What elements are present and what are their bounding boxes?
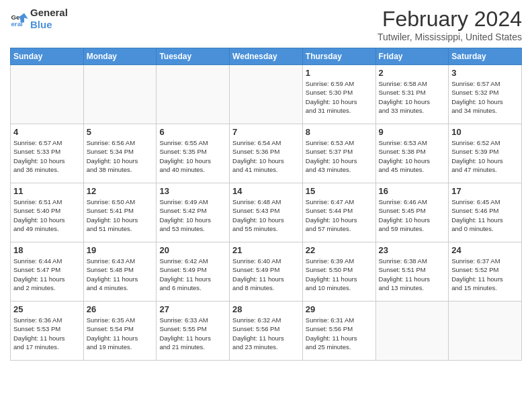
- day-info: Sunrise: 6:51 AM Sunset: 5:40 PM Dayligh…: [13, 197, 81, 233]
- calendar-day-cell: 29Sunrise: 6:31 AM Sunset: 5:56 PM Dayli…: [302, 302, 375, 361]
- calendar-day-cell: 23Sunrise: 6:38 AM Sunset: 5:51 PM Dayli…: [375, 242, 449, 302]
- calendar-day-cell: [449, 302, 522, 361]
- weekday-header-cell: Friday: [375, 48, 449, 65]
- day-number: 15: [306, 186, 373, 196]
- day-info: Sunrise: 6:44 AM Sunset: 5:47 PM Dayligh…: [13, 257, 81, 292]
- day-number: 20: [159, 245, 226, 255]
- calendar-body: 1Sunrise: 6:59 AM Sunset: 5:30 PM Daylig…: [11, 65, 522, 361]
- calendar-day-cell: [230, 65, 303, 124]
- day-info: Sunrise: 6:31 AM Sunset: 5:56 PM Dayligh…: [306, 316, 373, 351]
- calendar-day-cell: 10Sunrise: 6:52 AM Sunset: 5:39 PM Dayli…: [449, 124, 522, 183]
- day-info: Sunrise: 6:35 AM Sunset: 5:54 PM Dayligh…: [87, 316, 154, 351]
- day-number: 23: [379, 245, 446, 255]
- day-number: 17: [451, 186, 519, 196]
- day-number: 19: [87, 245, 154, 255]
- day-info: Sunrise: 6:55 AM Sunset: 5:35 PM Dayligh…: [159, 138, 226, 174]
- day-info: Sunrise: 6:43 AM Sunset: 5:48 PM Dayligh…: [87, 257, 154, 292]
- day-number: 2: [379, 68, 446, 78]
- day-info: Sunrise: 6:56 AM Sunset: 5:34 PM Dayligh…: [87, 138, 154, 174]
- calendar-day-cell: 13Sunrise: 6:49 AM Sunset: 5:42 PM Dayli…: [157, 183, 230, 242]
- day-number: 11: [13, 186, 81, 196]
- calendar-day-cell: [157, 65, 230, 124]
- day-number: 22: [306, 245, 373, 255]
- calendar-day-cell: 6Sunrise: 6:55 AM Sunset: 5:35 PM Daylig…: [157, 124, 230, 183]
- day-number: 5: [87, 127, 154, 137]
- day-number: 28: [232, 304, 300, 314]
- day-number: 25: [13, 304, 81, 314]
- day-number: 24: [451, 245, 519, 255]
- calendar-day-cell: 12Sunrise: 6:50 AM Sunset: 5:41 PM Dayli…: [83, 183, 157, 242]
- weekday-header-cell: Thursday: [302, 48, 375, 65]
- day-number: 6: [159, 127, 226, 137]
- day-info: Sunrise: 6:48 AM Sunset: 5:43 PM Dayligh…: [232, 197, 300, 233]
- day-info: Sunrise: 6:40 AM Sunset: 5:49 PM Dayligh…: [232, 257, 300, 292]
- logo-icon: Gen eral: [10, 9, 29, 28]
- calendar-day-cell: 25Sunrise: 6:36 AM Sunset: 5:53 PM Dayli…: [11, 302, 84, 361]
- day-number: 18: [13, 245, 81, 255]
- location-title: Tutwiler, Mississippi, United States: [378, 32, 522, 42]
- day-info: Sunrise: 6:58 AM Sunset: 5:31 PM Dayligh…: [379, 79, 446, 115]
- calendar-day-cell: 22Sunrise: 6:39 AM Sunset: 5:50 PM Dayli…: [302, 242, 375, 302]
- day-info: Sunrise: 6:47 AM Sunset: 5:44 PM Dayligh…: [306, 197, 373, 233]
- day-info: Sunrise: 6:52 AM Sunset: 5:39 PM Dayligh…: [451, 138, 519, 174]
- day-number: 27: [159, 304, 226, 314]
- calendar-week-row: 11Sunrise: 6:51 AM Sunset: 5:40 PM Dayli…: [11, 183, 522, 242]
- calendar-day-cell: 18Sunrise: 6:44 AM Sunset: 5:47 PM Dayli…: [11, 242, 84, 302]
- calendar-day-cell: [83, 65, 157, 124]
- calendar-day-cell: 5Sunrise: 6:56 AM Sunset: 5:34 PM Daylig…: [83, 124, 157, 183]
- calendar-day-cell: [375, 302, 449, 361]
- calendar-week-row: 18Sunrise: 6:44 AM Sunset: 5:47 PM Dayli…: [11, 242, 522, 302]
- calendar-day-cell: 1Sunrise: 6:59 AM Sunset: 5:30 PM Daylig…: [302, 65, 375, 124]
- day-number: 9: [379, 127, 446, 137]
- weekday-header-cell: Sunday: [11, 48, 84, 65]
- header: Gen eral General Blue February 2024 Tutw…: [10, 7, 522, 42]
- weekday-header-cell: Wednesday: [230, 48, 303, 65]
- logo-line1: General: [30, 7, 68, 19]
- day-number: 10: [451, 127, 519, 137]
- day-info: Sunrise: 6:53 AM Sunset: 5:38 PM Dayligh…: [379, 138, 446, 174]
- calendar-day-cell: 24Sunrise: 6:37 AM Sunset: 5:52 PM Dayli…: [449, 242, 522, 302]
- weekday-header-cell: Saturday: [449, 48, 522, 65]
- day-info: Sunrise: 6:53 AM Sunset: 5:37 PM Dayligh…: [306, 138, 373, 174]
- day-info: Sunrise: 6:57 AM Sunset: 5:32 PM Dayligh…: [451, 79, 519, 115]
- day-info: Sunrise: 6:59 AM Sunset: 5:30 PM Dayligh…: [306, 79, 373, 115]
- day-info: Sunrise: 6:39 AM Sunset: 5:50 PM Dayligh…: [306, 257, 373, 292]
- calendar-day-cell: 15Sunrise: 6:47 AM Sunset: 5:44 PM Dayli…: [302, 183, 375, 242]
- calendar-day-cell: 19Sunrise: 6:43 AM Sunset: 5:48 PM Dayli…: [83, 242, 157, 302]
- day-number: 14: [232, 186, 300, 196]
- calendar-day-cell: 20Sunrise: 6:42 AM Sunset: 5:49 PM Dayli…: [157, 242, 230, 302]
- month-title: February 2024: [378, 7, 522, 32]
- calendar-day-cell: 11Sunrise: 6:51 AM Sunset: 5:40 PM Dayli…: [11, 183, 84, 242]
- weekday-header-cell: Tuesday: [157, 48, 230, 65]
- weekday-header-row: SundayMondayTuesdayWednesdayThursdayFrid…: [11, 48, 522, 65]
- day-number: 12: [87, 186, 154, 196]
- day-info: Sunrise: 6:33 AM Sunset: 5:55 PM Dayligh…: [159, 316, 226, 351]
- calendar-day-cell: 14Sunrise: 6:48 AM Sunset: 5:43 PM Dayli…: [230, 183, 303, 242]
- calendar-day-cell: 7Sunrise: 6:54 AM Sunset: 5:36 PM Daylig…: [230, 124, 303, 183]
- calendar-day-cell: 17Sunrise: 6:45 AM Sunset: 5:46 PM Dayli…: [449, 183, 522, 242]
- calendar-day-cell: 27Sunrise: 6:33 AM Sunset: 5:55 PM Dayli…: [157, 302, 230, 361]
- day-number: 13: [159, 186, 226, 196]
- title-area: February 2024 Tutwiler, Mississippi, Uni…: [378, 7, 522, 42]
- calendar-day-cell: 9Sunrise: 6:53 AM Sunset: 5:38 PM Daylig…: [375, 124, 449, 183]
- calendar-day-cell: 16Sunrise: 6:46 AM Sunset: 5:45 PM Dayli…: [375, 183, 449, 242]
- day-number: 29: [306, 304, 373, 314]
- day-number: 7: [232, 127, 300, 137]
- day-info: Sunrise: 6:46 AM Sunset: 5:45 PM Dayligh…: [379, 197, 446, 233]
- calendar-week-row: 1Sunrise: 6:59 AM Sunset: 5:30 PM Daylig…: [11, 65, 522, 124]
- calendar-day-cell: 3Sunrise: 6:57 AM Sunset: 5:32 PM Daylig…: [449, 65, 522, 124]
- day-number: 21: [232, 245, 300, 255]
- calendar-day-cell: 26Sunrise: 6:35 AM Sunset: 5:54 PM Dayli…: [83, 302, 157, 361]
- day-number: 1: [306, 68, 373, 78]
- day-info: Sunrise: 6:57 AM Sunset: 5:33 PM Dayligh…: [13, 138, 81, 174]
- calendar-day-cell: 21Sunrise: 6:40 AM Sunset: 5:49 PM Dayli…: [230, 242, 303, 302]
- calendar-day-cell: 2Sunrise: 6:58 AM Sunset: 5:31 PM Daylig…: [375, 65, 449, 124]
- day-info: Sunrise: 6:37 AM Sunset: 5:52 PM Dayligh…: [451, 257, 519, 292]
- calendar-day-cell: 8Sunrise: 6:53 AM Sunset: 5:37 PM Daylig…: [302, 124, 375, 183]
- logo: Gen eral General Blue: [10, 7, 68, 31]
- day-info: Sunrise: 6:54 AM Sunset: 5:36 PM Dayligh…: [232, 138, 300, 174]
- calendar-week-row: 4Sunrise: 6:57 AM Sunset: 5:33 PM Daylig…: [11, 124, 522, 183]
- day-number: 8: [306, 127, 373, 137]
- day-info: Sunrise: 6:50 AM Sunset: 5:41 PM Dayligh…: [87, 197, 154, 233]
- calendar-day-cell: 4Sunrise: 6:57 AM Sunset: 5:33 PM Daylig…: [11, 124, 84, 183]
